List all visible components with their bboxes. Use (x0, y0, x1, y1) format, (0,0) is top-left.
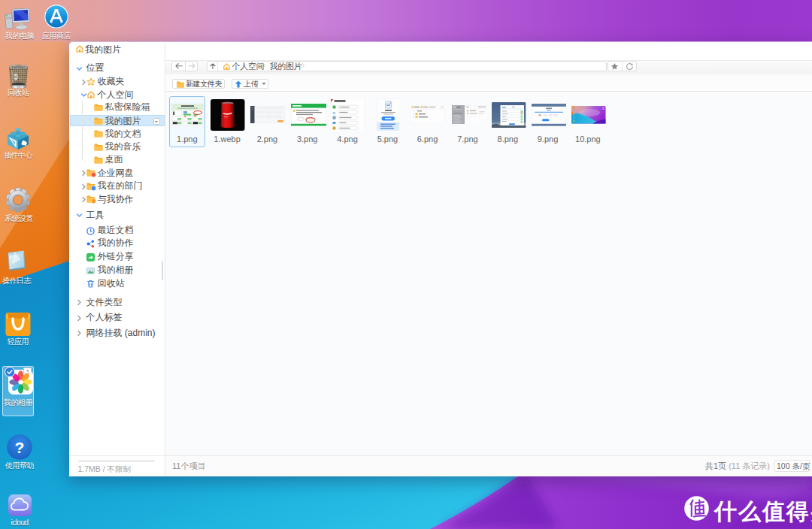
svg-text:?: ? (15, 439, 25, 456)
